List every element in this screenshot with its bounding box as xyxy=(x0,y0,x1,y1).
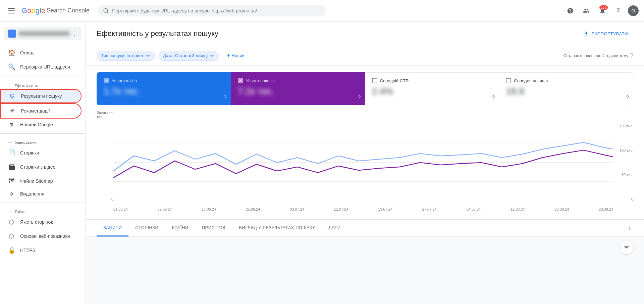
metrics-row: ✓ Усього кліків 1.7к тис. ? ✓ Усього пок… xyxy=(97,72,633,105)
chart-legend-text: Звертаннятис. xyxy=(97,111,115,119)
metric-checkbox-impressions: ✓ Усього показів xyxy=(238,78,358,83)
metric-checkbox-ctr: Середній CTR xyxy=(372,78,492,83)
sidebar-item-video-pages[interactable]: 🎬 Сторінки з відео xyxy=(0,160,82,174)
google-g-icon: G xyxy=(9,93,15,99)
export-button[interactable]: ЕКСПОРТУВАТИ xyxy=(578,28,633,39)
sidebar-item-search-results[interactable]: G Результати пошуку xyxy=(0,89,82,103)
plus-icon: + xyxy=(227,52,230,59)
metric-checkbox-clicks: ✓ Усього кліків xyxy=(104,78,224,83)
metric-label-clicks: Усього кліків xyxy=(112,78,137,83)
metric-card-impressions[interactable]: ✓ Усього показів 7.2к тис. ? xyxy=(231,72,365,105)
sidebar-item-pages[interactable]: 📄 Сторінки xyxy=(0,146,82,160)
property-dots-icon: ⋮ xyxy=(72,31,77,37)
filter-icon-button[interactable] xyxy=(620,241,633,254)
google-news-icon: ⊞ xyxy=(8,122,15,127)
sidebar-item-label: Перевірка URL-адреси xyxy=(20,64,70,70)
checkbox-impressions: ✓ xyxy=(238,78,243,83)
chart-x-axis: 01.06.24 09.06.24 17.06.24 25.06.24 03.0… xyxy=(113,207,613,211)
tab-pages[interactable]: СТОРІНКИ xyxy=(128,220,165,236)
metric-help-ctr-icon[interactable]: ? xyxy=(492,95,495,101)
google-logo: Google xyxy=(21,6,45,15)
new-filter-button[interactable]: + Новий xyxy=(223,50,249,61)
sidebar-item-label: Файли Sitemap xyxy=(20,178,53,184)
metric-label-impressions: Усього показів xyxy=(246,78,275,83)
date-filter[interactable]: Дата: Останні 3 місяці ✏ xyxy=(159,51,219,61)
sidebar-item-web-vitals[interactable]: ⬡ Основні веб-показники xyxy=(0,229,82,243)
divider-2 xyxy=(0,133,86,134)
help-button[interactable] xyxy=(564,4,577,17)
account-button[interactable] xyxy=(580,4,593,17)
metric-card-position[interactable]: Середня позиція 18.8 ? xyxy=(499,72,633,105)
notification-count: 156 xyxy=(599,5,608,10)
sidebar-item-https[interactable]: 🔒 HTTPS xyxy=(0,243,82,257)
sidebar-item-page-quality[interactable]: ⬡ Якість сторінок xyxy=(0,215,82,229)
metric-label-ctr: Середній CTR xyxy=(380,78,409,83)
metric-help-impressions-icon[interactable]: ? xyxy=(358,95,361,101)
last-updated: Останнє оновлення: 4 години тому ? xyxy=(564,53,633,59)
avatar[interactable]: O xyxy=(628,5,639,16)
sidebar-item-url-check[interactable]: 🔍 Перевірка URL-адреси xyxy=(0,60,82,74)
sidebar-item-removal[interactable]: ⊘ Видалення xyxy=(0,188,82,200)
page-quality-icon: ⬡ xyxy=(8,218,15,226)
export-icon xyxy=(584,31,589,36)
tab-appearance[interactable]: ВИГЛЯД У РЕЗУЛЬТАТАХ ПОШУКУ xyxy=(232,220,322,236)
menu-icon[interactable] xyxy=(5,5,17,16)
tab-devices[interactable]: ПРИСТРОЇ xyxy=(195,220,232,236)
search-icon xyxy=(103,8,109,14)
checkbox-ctr xyxy=(372,78,377,83)
metric-card-clicks[interactable]: ✓ Усього кліків 1.7к тис. ? xyxy=(97,72,231,105)
tab-dates[interactable]: ДАТИ xyxy=(322,220,347,236)
chart-section: Звертаннятис. 0 xyxy=(86,105,644,220)
chart-legend: Звертаннятис. xyxy=(97,111,633,119)
edit-icon: ✏ xyxy=(146,53,150,58)
tab-countries[interactable]: КРАЇНИ xyxy=(165,220,195,236)
property-selector[interactable]: ⋮ xyxy=(4,27,82,40)
sidebar-item-label: HTTPS xyxy=(20,248,36,253)
filter-bar: Тип пошуку: Інтернет ✏ Дата: Останні 3 м… xyxy=(86,46,644,66)
divider xyxy=(0,77,86,77)
url-check-icon: 🔍 xyxy=(8,63,15,71)
top-header: Google Search Console 156 O xyxy=(0,0,644,21)
sidebar-item-label: Якість сторінок xyxy=(20,219,53,225)
metric-value-impressions: 7.2к тис. xyxy=(238,86,358,97)
tabs-arrow-icon[interactable]: › xyxy=(626,222,633,234)
metric-card-ctr[interactable]: Середній CTR 2.4% ? xyxy=(365,72,499,105)
sidebar-item-label: Результати пошуку xyxy=(21,93,62,99)
header-actions: 156 O xyxy=(564,4,639,17)
sidebar-item-google-news[interactable]: ⊞ Новини Google xyxy=(0,119,82,131)
search-bar[interactable] xyxy=(98,5,326,16)
metric-help-clicks-icon[interactable]: ? xyxy=(224,95,227,101)
page-title: Ефективність у результатах пошуку xyxy=(97,29,218,38)
sidebar-item-overview[interactable]: 🏠 Огляд xyxy=(0,46,82,60)
sidebar-item-sitemap[interactable]: 🗺 Файли Sitemap xyxy=(0,174,82,188)
notifications-button[interactable]: 156 xyxy=(596,4,609,17)
metric-value-position: 18.8 xyxy=(506,86,626,97)
sidebar-item-label: Основні веб-показники xyxy=(20,233,70,239)
metric-label-position: Середня позиція xyxy=(514,78,548,83)
metric-value-ctr: 2.4% xyxy=(372,86,492,97)
removal-icon: ⊘ xyxy=(8,191,15,197)
search-type-filter[interactable]: Тип пошуку: Інтернет ✏ xyxy=(97,51,155,61)
recommendations-icon: ✳ xyxy=(9,107,15,115)
metric-help-position-icon[interactable]: ? xyxy=(626,95,629,101)
sidebar: ⋮ 🏠 Огляд 🔍 Перевірка URL-адреси Ефектив… xyxy=(0,21,86,304)
divider-3 xyxy=(0,203,86,203)
section-header-quality: Якість xyxy=(0,206,86,215)
chart-y-axis-left: 0 xyxy=(97,124,113,201)
sidebar-item-label: Рекомендації xyxy=(21,108,50,114)
impressions-line xyxy=(113,150,613,178)
https-icon: 🔒 xyxy=(8,247,15,254)
search-input[interactable] xyxy=(112,8,320,13)
chart-area xyxy=(113,124,613,201)
app-title: Search Console xyxy=(47,7,90,14)
chart-container: 0 xyxy=(97,124,633,211)
last-updated-help-icon[interactable]: ? xyxy=(630,53,633,59)
sidebar-item-recommendations[interactable]: ✳ Рекомендації xyxy=(0,103,82,119)
apps-button[interactable] xyxy=(612,4,625,17)
tab-queries[interactable]: ЗАПИТИ xyxy=(97,220,128,236)
sitemap-icon: 🗺 xyxy=(8,177,15,184)
main-layout: ⋮ 🏠 Огляд 🔍 Перевірка URL-адреси Ефектив… xyxy=(0,21,644,304)
checkbox-position xyxy=(506,78,511,83)
sidebar-item-label: Огляд xyxy=(20,50,34,55)
filter-icon xyxy=(624,245,630,251)
